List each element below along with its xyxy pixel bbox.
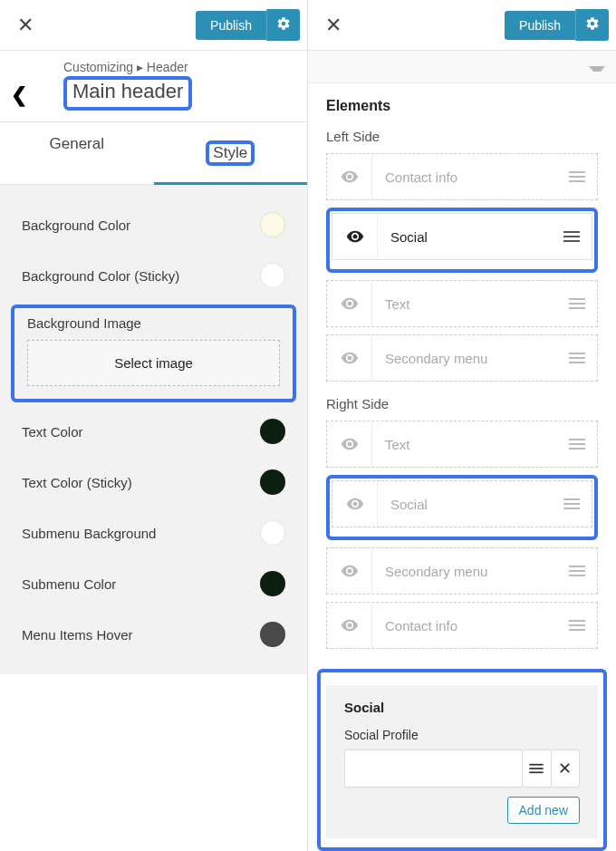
visibility-toggle[interactable] (332, 481, 378, 527)
drag-icon (569, 297, 585, 310)
tab-style[interactable]: Style (154, 122, 308, 184)
drag-handle[interactable] (552, 230, 592, 243)
select-image-button[interactable]: Select image (27, 340, 280, 386)
svg-rect-5 (563, 240, 580, 242)
element-label: Contact info (372, 618, 557, 633)
drag-handle[interactable] (557, 438, 597, 450)
drag-icon (569, 170, 585, 183)
svg-rect-22 (569, 624, 585, 626)
close-panel-button[interactable]: ✕ (7, 7, 43, 44)
eye-icon (341, 435, 359, 453)
profile-remove-button[interactable]: ✕ (551, 750, 580, 787)
visibility-toggle[interactable] (332, 214, 378, 259)
profile-drag-handle[interactable] (522, 750, 551, 787)
right-side-label: Right Side (326, 396, 598, 411)
publish-button[interactable]: Publish (505, 11, 575, 40)
breadcrumb: Customizing ▸ Header (63, 60, 188, 74)
submenu-color-swatch[interactable] (260, 571, 285, 596)
text-color-sticky-swatch[interactable] (260, 469, 285, 495)
eye-icon (341, 616, 359, 634)
drag-handle[interactable] (557, 170, 597, 183)
drag-icon (569, 352, 585, 364)
submenu-bg-swatch[interactable] (260, 520, 285, 546)
element-label: Social (378, 497, 552, 512)
drag-icon (569, 438, 585, 450)
publish-button[interactable]: Publish (196, 11, 266, 40)
svg-rect-17 (563, 508, 580, 509)
eye-icon (346, 495, 364, 513)
visibility-toggle[interactable] (327, 281, 372, 326)
social-heading: Social (344, 700, 580, 715)
svg-rect-15 (563, 498, 580, 500)
close-panel-button[interactable]: ✕ (315, 7, 351, 44)
element-item[interactable]: Text (326, 421, 598, 468)
svg-rect-0 (569, 171, 585, 173)
svg-rect-10 (569, 357, 585, 359)
visibility-toggle[interactable] (327, 421, 372, 467)
back-button[interactable]: ❮ (11, 83, 27, 107)
element-item[interactable]: Text (326, 280, 598, 327)
element-item[interactable]: Secondary menu (326, 334, 598, 382)
drag-handle[interactable] (557, 619, 597, 632)
svg-rect-9 (569, 353, 585, 354)
drag-icon (563, 498, 580, 510)
element-item[interactable]: Social (332, 213, 592, 260)
svg-rect-23 (569, 629, 585, 631)
element-item[interactable]: Social (332, 480, 592, 527)
svg-rect-24 (530, 764, 544, 766)
submenu-bg-label: Submenu Background (22, 526, 156, 541)
bg-image-label: Background Image (27, 315, 280, 331)
text-color-label: Text Color (22, 424, 83, 440)
element-item[interactable]: Secondary menu (326, 547, 598, 595)
svg-rect-25 (530, 768, 544, 769)
gear-icon (585, 16, 600, 31)
publish-settings-button[interactable] (266, 9, 300, 41)
svg-rect-11 (569, 362, 585, 363)
svg-rect-2 (569, 180, 585, 182)
drag-handle[interactable] (557, 565, 597, 577)
text-color-swatch[interactable] (260, 419, 285, 444)
publish-settings-button[interactable] (575, 9, 609, 41)
svg-rect-4 (563, 236, 580, 237)
social-profile-input[interactable] (345, 750, 522, 787)
eye-icon (341, 349, 359, 367)
bg-color-sticky-swatch[interactable] (260, 263, 285, 288)
bg-color-swatch[interactable] (260, 212, 285, 237)
menu-hover-swatch[interactable] (260, 622, 285, 647)
visibility-toggle[interactable] (327, 603, 372, 648)
elements-heading: Elements (326, 98, 598, 114)
drag-handle[interactable] (552, 498, 592, 510)
visibility-toggle[interactable] (327, 335, 372, 381)
drag-handle[interactable] (557, 352, 597, 364)
element-item[interactable]: Contact info (326, 153, 598, 200)
visibility-toggle[interactable] (327, 154, 372, 199)
gear-icon (276, 16, 291, 31)
svg-rect-3 (563, 231, 580, 233)
bg-color-sticky-label: Background Color (Sticky) (22, 268, 179, 284)
drag-handle[interactable] (557, 297, 597, 310)
left-side-list: Contact infoSocialTextSecondary menu (326, 153, 598, 382)
drag-icon (569, 619, 585, 632)
text-color-sticky-label: Text Color (Sticky) (22, 475, 132, 490)
page-title: Main header (72, 80, 183, 102)
svg-rect-14 (569, 448, 585, 450)
element-item[interactable]: Contact info (326, 602, 598, 649)
element-label: Contact info (372, 169, 557, 185)
collapsed-section[interactable] (308, 51, 616, 83)
social-profile-label: Social Profile (344, 728, 580, 742)
svg-rect-12 (569, 439, 585, 440)
drag-icon (569, 565, 585, 577)
tab-style-label: Style (206, 140, 255, 166)
visibility-toggle[interactable] (327, 548, 372, 594)
bg-color-label: Background Color (22, 218, 130, 233)
element-label: Text (372, 296, 557, 312)
eye-icon (341, 168, 359, 186)
drag-icon (563, 230, 580, 243)
tab-general[interactable]: General (0, 122, 154, 184)
add-new-button[interactable]: Add new (507, 797, 580, 824)
eye-icon (341, 295, 359, 313)
svg-rect-13 (569, 443, 585, 445)
svg-rect-19 (569, 570, 585, 572)
svg-rect-20 (569, 575, 585, 576)
drag-icon (529, 763, 544, 774)
